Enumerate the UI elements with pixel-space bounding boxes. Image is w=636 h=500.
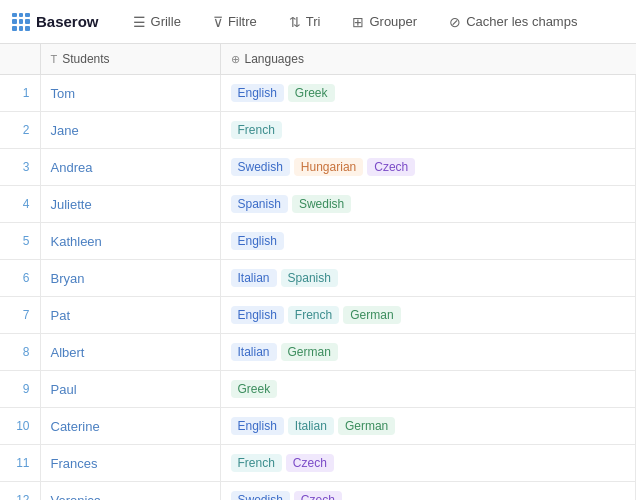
student-name-cell[interactable]: Juliette xyxy=(40,186,220,223)
languages-cell: ItalianSpanish xyxy=(221,260,637,296)
languages-col-label: Languages xyxy=(245,52,304,66)
row-number: 4 xyxy=(0,186,40,223)
data-table: T Students ⊕ Languages 1TomEnglishGreek2… xyxy=(0,44,636,500)
languages-cell: EnglishGreek xyxy=(221,75,637,111)
student-name-cell[interactable]: Veronica xyxy=(40,482,220,501)
grille-button[interactable]: ☰ Grille xyxy=(127,10,187,34)
table-row: 2JaneFrench xyxy=(0,112,636,149)
language-tag[interactable]: Hungarian xyxy=(294,158,363,176)
table-row: 12VeronicaSwedishCzech xyxy=(0,482,636,501)
grouper-icon: ⊞ xyxy=(352,14,364,30)
language-tag[interactable]: German xyxy=(338,417,395,435)
language-tag[interactable]: Italian xyxy=(288,417,334,435)
language-tag[interactable]: English xyxy=(231,306,284,324)
languages-cell: SpanishSwedish xyxy=(221,186,637,222)
student-name-cell[interactable]: Albert xyxy=(40,334,220,371)
grille-label: Grille xyxy=(151,14,181,29)
students-col-label: Students xyxy=(62,52,109,66)
student-name-cell[interactable]: Frances xyxy=(40,445,220,482)
col-languages-header[interactable]: ⊕ Languages xyxy=(220,44,636,75)
filtre-label: Filtre xyxy=(228,14,257,29)
tri-label: Tri xyxy=(306,14,321,29)
language-tag[interactable]: German xyxy=(281,343,338,361)
student-name-cell[interactable]: Pat xyxy=(40,297,220,334)
table-container: T Students ⊕ Languages 1TomEnglishGreek2… xyxy=(0,44,636,500)
language-tag[interactable]: Czech xyxy=(367,158,415,176)
languages-cell: EnglishItalianGerman xyxy=(221,408,637,444)
text-field-icon: T xyxy=(51,53,58,65)
brand: Baserow xyxy=(12,13,99,31)
cacher-label: Cacher les champs xyxy=(466,14,577,29)
row-number: 12 xyxy=(0,482,40,501)
language-tag[interactable]: Czech xyxy=(286,454,334,472)
language-tag[interactable]: Spanish xyxy=(281,269,338,287)
cacher-button[interactable]: ⊘ Cacher les champs xyxy=(443,10,583,34)
filtre-icon: ⊽ xyxy=(213,14,223,30)
row-number: 11 xyxy=(0,445,40,482)
cacher-icon: ⊘ xyxy=(449,14,461,30)
tri-icon: ⇅ xyxy=(289,14,301,30)
row-number: 7 xyxy=(0,297,40,334)
col-students-header[interactable]: T Students xyxy=(40,44,220,75)
languages-cell: SwedishHungarianCzech xyxy=(221,149,637,185)
table-row: 10CaterineEnglishItalianGerman xyxy=(0,408,636,445)
student-name-cell[interactable]: Kathleen xyxy=(40,223,220,260)
table-row: 5KathleenEnglish xyxy=(0,223,636,260)
language-tag[interactable]: Italian xyxy=(231,343,277,361)
student-name-cell[interactable]: Caterine xyxy=(40,408,220,445)
row-number: 10 xyxy=(0,408,40,445)
languages-cell: FrenchCzech xyxy=(221,445,637,481)
student-name-cell[interactable]: Tom xyxy=(40,75,220,112)
row-number: 9 xyxy=(0,371,40,408)
language-tag[interactable]: French xyxy=(231,121,282,139)
student-name-cell[interactable]: Jane xyxy=(40,112,220,149)
table-row: 11FrancesFrenchCzech xyxy=(0,445,636,482)
filtre-button[interactable]: ⊽ Filtre xyxy=(207,10,263,34)
languages-cell: EnglishFrenchGerman xyxy=(221,297,637,333)
row-number: 1 xyxy=(0,75,40,112)
language-tag[interactable]: Czech xyxy=(294,491,342,500)
grille-icon: ☰ xyxy=(133,14,146,30)
row-number: 5 xyxy=(0,223,40,260)
tag-field-icon: ⊕ xyxy=(231,53,240,66)
brand-name: Baserow xyxy=(36,13,99,30)
row-number: 8 xyxy=(0,334,40,371)
brand-icon xyxy=(12,13,30,31)
language-tag[interactable]: English xyxy=(231,417,284,435)
grouper-button[interactable]: ⊞ Grouper xyxy=(346,10,423,34)
toolbar: Baserow ☰ Grille ⊽ Filtre ⇅ Tri ⊞ Groupe… xyxy=(0,0,636,44)
row-number: 3 xyxy=(0,149,40,186)
languages-cell: ItalianGerman xyxy=(221,334,637,370)
language-tag[interactable]: English xyxy=(231,84,284,102)
language-tag[interactable]: English xyxy=(231,232,284,250)
languages-cell: English xyxy=(221,223,637,259)
table-row: 9PaulGreek xyxy=(0,371,636,408)
student-name-cell[interactable]: Andrea xyxy=(40,149,220,186)
language-tag[interactable]: Greek xyxy=(288,84,335,102)
language-tag[interactable]: Italian xyxy=(231,269,277,287)
language-tag[interactable]: Swedish xyxy=(231,491,290,500)
language-tag[interactable]: French xyxy=(288,306,339,324)
table-row: 7PatEnglishFrenchGerman xyxy=(0,297,636,334)
row-number: 6 xyxy=(0,260,40,297)
col-num-header xyxy=(0,44,40,75)
languages-cell: SwedishCzech xyxy=(221,482,637,500)
table-row: 4JulietteSpanishSwedish xyxy=(0,186,636,223)
language-tag[interactable]: Greek xyxy=(231,380,278,398)
row-number: 2 xyxy=(0,112,40,149)
languages-cell: French xyxy=(221,112,637,148)
table-row: 1TomEnglishGreek xyxy=(0,75,636,112)
table-row: 6BryanItalianSpanish xyxy=(0,260,636,297)
language-tag[interactable]: Spanish xyxy=(231,195,288,213)
student-name-cell[interactable]: Paul xyxy=(40,371,220,408)
table-row: 8AlbertItalianGerman xyxy=(0,334,636,371)
grouper-label: Grouper xyxy=(369,14,417,29)
language-tag[interactable]: French xyxy=(231,454,282,472)
languages-cell: Greek xyxy=(221,371,637,407)
language-tag[interactable]: German xyxy=(343,306,400,324)
tri-button[interactable]: ⇅ Tri xyxy=(283,10,327,34)
student-name-cell[interactable]: Bryan xyxy=(40,260,220,297)
table-row: 3AndreaSwedishHungarianCzech xyxy=(0,149,636,186)
language-tag[interactable]: Swedish xyxy=(231,158,290,176)
language-tag[interactable]: Swedish xyxy=(292,195,351,213)
